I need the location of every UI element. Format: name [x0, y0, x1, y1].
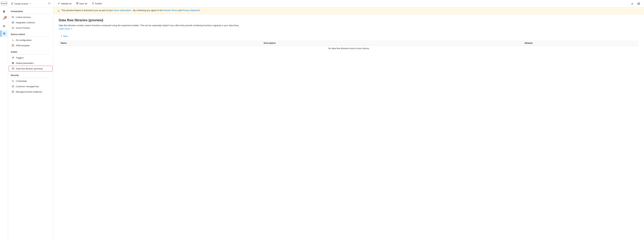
- security-section-title: Security: [8, 72, 53, 78]
- azure-subscription-link[interactable]: Azure subscription: [113, 9, 131, 12]
- svg-point-6: [12, 3, 13, 3]
- svg-rect-20: [639, 3, 640, 4]
- description-column-header: Description: [262, 40, 522, 46]
- sidebar-item-global-parameters[interactable]: Global parameters: [9, 60, 52, 66]
- home-nav-icon[interactable]: [1, 8, 8, 15]
- new-library-button[interactable]: + New: [59, 34, 70, 38]
- integration-runtimes-label: Integration runtimes: [16, 21, 35, 24]
- sidebar-header: master branch: [8, 0, 53, 8]
- validate-icon: [58, 2, 60, 5]
- arm-template-icon: [12, 44, 14, 47]
- validate-all-button[interactable]: Validate all: [56, 1, 73, 6]
- author-nav-icon[interactable]: 1: [1, 16, 8, 22]
- git-configuration-label: Git configuration: [16, 39, 32, 42]
- svg-point-9: [13, 16, 14, 18]
- content-area: ⚠ This preview feature is licensed to yo…: [53, 8, 644, 244]
- new-button-label: New: [63, 35, 68, 38]
- source-control-divider: [11, 36, 50, 37]
- sidebar-item-managed-private-endpoints[interactable]: Managed private endpoints: [9, 89, 52, 94]
- linked-services-icon: [12, 16, 14, 18]
- svg-point-11: [12, 22, 13, 23]
- author-section-title: Author: [8, 48, 53, 54]
- main-content: Validate all Save all Publish: [53, 0, 644, 244]
- global-params-icon: [12, 62, 14, 64]
- svg-rect-18: [76, 2, 78, 4]
- page-main: Data flow libraries (preview) Data flow …: [53, 14, 644, 55]
- linked-services-label: Linked services: [16, 16, 31, 18]
- managed-private-endpoints-label: Managed private endpoints: [16, 90, 42, 93]
- credentials-label: Credentials: [16, 80, 27, 82]
- sidebar-item-customer-managed-key[interactable]: Customer managed key: [9, 84, 52, 89]
- git-icon: [12, 38, 14, 42]
- global-parameters-label: Global parameters: [16, 62, 34, 64]
- branch-selector[interactable]: master branch: [10, 2, 32, 6]
- svg-rect-2: [3, 32, 5, 33]
- save-icon: [76, 2, 78, 5]
- svg-point-10: [12, 22, 14, 24]
- sidebar-item-integration-runtimes[interactable]: Integration runtimes: [9, 20, 52, 25]
- empty-state-row: No data flow libraries found in your fac…: [59, 46, 639, 51]
- page-title: Data flow libraries (preview): [59, 18, 639, 22]
- empty-state-message: No data flow libraries found in your fac…: [59, 46, 639, 51]
- triggers-icon: [12, 56, 14, 59]
- sidebar-item-triggers[interactable]: Triggers: [9, 55, 52, 60]
- publish-label: Publish: [95, 2, 102, 5]
- sidebar-item-data-flow-libraries[interactable]: Data flow libraries (preview): [9, 66, 52, 72]
- name-column-header: Name: [59, 40, 262, 46]
- libraries-table: Name Description Related No data flow li…: [59, 40, 639, 51]
- publish-icon: [92, 2, 94, 5]
- customer-key-icon: [12, 85, 14, 88]
- sidebar-item-azure-purview[interactable]: Azure Purview: [9, 25, 52, 30]
- icon-rail: Expand 1: [0, 0, 8, 244]
- related-column-header: Related: [522, 40, 639, 46]
- svg-point-1: [4, 26, 4, 27]
- manage-nav-icon[interactable]: [1, 30, 8, 37]
- validate-all-label: Validate all: [61, 2, 72, 5]
- toolbar-right: [629, 1, 641, 6]
- banner-text: This preview feature is licensed to you …: [62, 9, 201, 12]
- azure-purview-icon: [12, 26, 14, 29]
- svg-point-5: [12, 3, 12, 3]
- connections-divider: [11, 14, 50, 14]
- sidebar-item-credentials[interactable]: Credentials: [9, 78, 52, 84]
- preview-terms-link[interactable]: Preview Terms: [163, 9, 178, 12]
- sidebar-item-git-configuration[interactable]: Git configuration: [9, 38, 52, 43]
- azure-purview-label: Azure Purview: [16, 27, 30, 29]
- sidebar-item-linked-services[interactable]: Linked services: [9, 14, 52, 20]
- connections-section: Connections Linked services Integration …: [8, 8, 53, 30]
- publish-button[interactable]: Publish: [90, 1, 104, 6]
- svg-rect-21: [638, 4, 638, 5]
- preview-banner: ⚠ This preview feature is licensed to yo…: [53, 8, 644, 14]
- data-flow-libraries-label: Data flow libraries (preview): [16, 68, 43, 70]
- sidebar: master branch Connections Linked service…: [8, 0, 53, 244]
- security-divider: [11, 78, 50, 78]
- expand-button[interactable]: Expand: [1, 1, 7, 5]
- customer-managed-key-label: Customer managed key: [16, 85, 39, 88]
- author-badge: 1: [4, 16, 7, 18]
- save-all-button[interactable]: Save all: [74, 1, 89, 6]
- author-section: Author Triggers Global parameters Data f…: [8, 48, 53, 72]
- source-control-section: Source control Git configuration ARM tem…: [8, 30, 53, 48]
- svg-rect-4: [3, 34, 5, 34]
- svg-rect-3: [3, 33, 5, 34]
- svg-rect-19: [638, 3, 638, 4]
- security-section: Security Credentials Customer managed ke…: [8, 72, 53, 94]
- credentials-icon: [12, 80, 14, 82]
- collapse-sidebar-button[interactable]: [47, 1, 51, 6]
- arm-template-label: ARM template: [16, 44, 30, 47]
- toolbar: Validate all Save all Publish: [53, 0, 644, 8]
- sidebar-item-arm-template[interactable]: ARM template: [9, 43, 52, 48]
- privacy-statement-link[interactable]: Privacy Statement: [182, 9, 200, 12]
- dataflow-icon: [12, 67, 14, 70]
- branch-name: master branch: [14, 2, 28, 5]
- private-endpoints-icon: [12, 90, 14, 93]
- svg-point-8: [12, 16, 13, 18]
- svg-rect-22: [639, 4, 640, 5]
- monitor-nav-icon[interactable]: [1, 23, 8, 30]
- grid-button[interactable]: [636, 1, 641, 6]
- refresh-button[interactable]: [629, 1, 634, 6]
- learn-more-link[interactable]: Learn more ↗: [59, 28, 72, 30]
- plus-icon: +: [61, 34, 62, 38]
- warning-icon: ⚠: [57, 9, 60, 12]
- source-control-section-title: Source control: [8, 30, 53, 36]
